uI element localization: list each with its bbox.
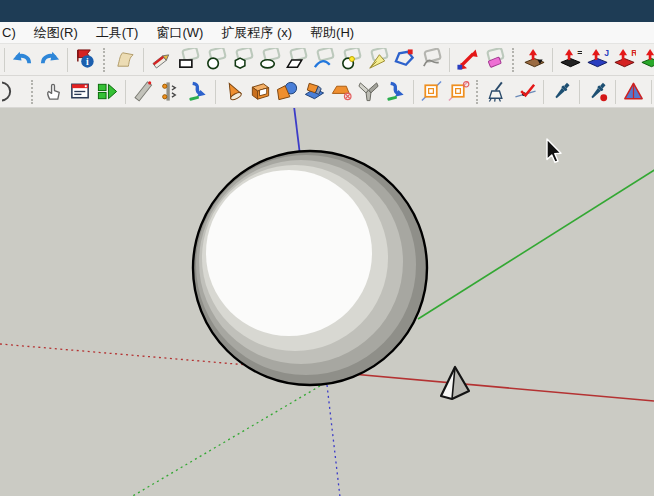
pie-tool-icon[interactable]	[364, 46, 391, 74]
inspect-check-icon[interactable]	[512, 78, 539, 106]
cleanup-broom-icon[interactable]	[485, 78, 512, 106]
stretch-arrow-icon[interactable]	[454, 46, 481, 74]
sphere-highlight	[206, 170, 372, 336]
polygon-tool-icon[interactable]	[229, 46, 256, 74]
svg-text:J: J	[604, 48, 609, 58]
freehand-pencil-icon[interactable]	[148, 46, 175, 74]
toolbar-grip	[31, 80, 36, 104]
sketch-tool-icon[interactable]	[418, 46, 445, 74]
pyramid-tool-icon[interactable]	[620, 78, 647, 106]
svg-text:=: =	[577, 48, 582, 58]
solid-shell-icon[interactable]	[247, 78, 274, 106]
toolbar-grip	[103, 48, 108, 72]
axis-square-pink-icon[interactable]	[445, 78, 472, 106]
svg-text:i: i	[86, 56, 89, 67]
menubar: C)绘图(R)工具(T)窗口(W)扩展程序 (x)帮助(H)	[0, 22, 654, 44]
followme-swoosh-icon[interactable]	[184, 78, 211, 106]
solid-cone-icon[interactable]	[220, 78, 247, 106]
scene-svg	[0, 108, 654, 496]
toolbar-separator	[125, 80, 126, 104]
toolbar-separator	[449, 48, 450, 72]
eyedropper-icon[interactable]	[548, 78, 575, 106]
circle-point-tool-icon[interactable]	[337, 46, 364, 74]
select-hand-icon[interactable]	[40, 78, 67, 106]
endpoints-tool-icon[interactable]	[157, 78, 184, 106]
toolbar-separator	[215, 80, 216, 104]
material-sheet-icon[interactable]	[112, 46, 139, 74]
menu-help[interactable]: 帮助(H)	[301, 24, 363, 42]
undo-icon[interactable]	[9, 46, 36, 74]
toolbar-row-1: i=JRV	[0, 44, 654, 76]
segment-tool-icon[interactable]	[130, 78, 157, 106]
arc-tool-icon[interactable]	[310, 46, 337, 74]
titlebar	[0, 0, 654, 22]
toolbar-row-2	[0, 76, 654, 108]
circle-tool-icon[interactable]	[202, 46, 229, 74]
toolbar-separator	[413, 80, 414, 104]
toolbar-separator	[543, 80, 544, 104]
model-info-icon[interactable]: i	[72, 46, 99, 74]
solid-subtract-icon[interactable]	[301, 78, 328, 106]
sphere[interactable]	[193, 151, 427, 385]
partial-circle-icon[interactable]	[0, 78, 27, 106]
sketchup-window: C)绘图(R)工具(T)窗口(W)扩展程序 (x)帮助(H) i=JRV	[0, 0, 654, 496]
rectangle-tool-icon[interactable]	[175, 46, 202, 74]
toolbar-separator	[4, 48, 5, 72]
polyline-tool-icon[interactable]	[391, 46, 418, 74]
solid-split-icon[interactable]	[355, 78, 382, 106]
toolbar-grip	[512, 48, 517, 72]
toolbar-separator	[615, 80, 616, 104]
eyedropper-red-icon[interactable]	[584, 78, 611, 106]
redo-icon[interactable]	[36, 46, 63, 74]
pushpull-j-icon[interactable]: J	[584, 46, 611, 74]
menu-draw[interactable]: 绘图(R)	[25, 24, 87, 42]
swoosh2-icon[interactable]	[382, 78, 409, 106]
toolbar-separator	[579, 80, 580, 104]
svg-text:R: R	[631, 48, 636, 58]
parallelogram-tool-icon[interactable]	[283, 46, 310, 74]
ellipse-tool-icon[interactable]	[256, 46, 283, 74]
solid-union-icon[interactable]	[274, 78, 301, 106]
pushpull-v-icon[interactable]: V	[638, 46, 654, 74]
menu-camera-partial[interactable]: C)	[0, 25, 25, 40]
dialog-window-icon[interactable]	[67, 78, 94, 106]
menu-extensions[interactable]: 扩展程序 (x)	[212, 24, 301, 42]
menu-tools[interactable]: 工具(T)	[87, 24, 148, 42]
pushpull-r-icon[interactable]: R	[611, 46, 638, 74]
menu-window[interactable]: 窗口(W)	[147, 24, 212, 42]
toolbar-grip	[476, 80, 481, 104]
solid-trim-icon[interactable]	[328, 78, 355, 106]
pushpull-brown-icon[interactable]	[521, 46, 548, 74]
component-play-icon[interactable]	[94, 78, 121, 106]
viewport[interactable]	[0, 108, 654, 496]
toolbar-separator	[651, 80, 652, 104]
pushpull-equal-icon[interactable]: =	[557, 46, 584, 74]
toolbar-separator	[67, 48, 68, 72]
toolbar-separator	[552, 48, 553, 72]
axis-square-blue-icon[interactable]	[418, 78, 445, 106]
eraser-pink-icon[interactable]	[481, 46, 508, 74]
toolbar-separator	[143, 48, 144, 72]
